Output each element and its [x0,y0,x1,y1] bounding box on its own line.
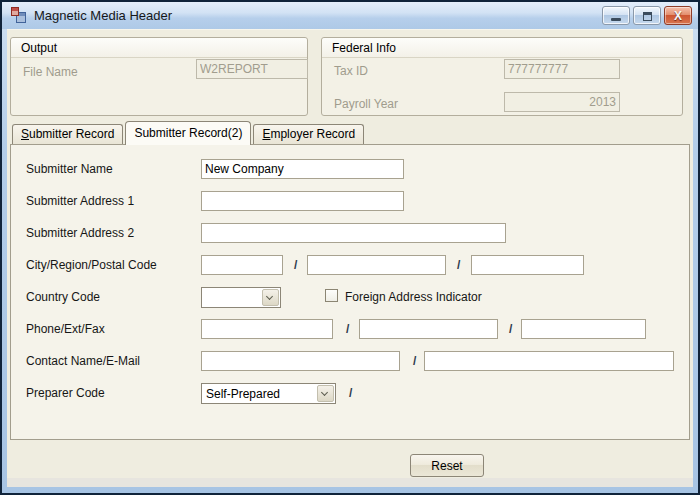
region-input[interactable] [307,255,446,275]
maximize-button[interactable] [633,6,661,25]
tab-label: ubmitter Record [29,127,114,141]
contact-name-email-label: Contact Name/E-Mail [26,354,140,368]
close-icon: X [665,9,691,23]
ext-input[interactable] [359,319,498,339]
slash-separator: / [509,322,512,336]
tab-label: mployer Record [270,127,355,141]
tab-strip: Submitter Record Submitter Record(2) Emp… [12,121,364,145]
contact-email-input[interactable] [424,351,674,371]
slash-separator: / [457,258,460,272]
slash-separator: / [349,386,352,400]
payroll-year-input [504,92,620,112]
submitter-address2-label: Submitter Address 2 [26,226,134,240]
client-area: Output File Name Federal Info Tax ID Pay… [7,29,693,478]
submitter-record-2-tabpage: Submitter Name Submitter Address 1 Submi… [10,144,690,440]
close-button[interactable]: X [664,6,692,25]
slash-separator: / [413,354,416,368]
federal-info-groupbox: Federal Info Tax ID Payroll Year [321,37,683,116]
city-input[interactable] [201,255,283,275]
minimize-button[interactable] [602,6,630,25]
federal-info-groupbox-title: Federal Info [332,41,396,55]
combo-dropdown-button[interactable] [317,385,334,402]
output-groupbox-title: Output [21,41,57,55]
submitter-address1-input[interactable] [201,191,404,211]
file-name-label: File Name [23,65,78,79]
postal-code-input[interactable] [471,255,584,275]
phone-input[interactable] [201,319,333,339]
foreign-address-checkbox[interactable] [325,289,338,302]
submitter-name-label: Submitter Name [26,162,113,176]
tab-hotkey: S [21,127,29,141]
payroll-year-label: Payroll Year [334,97,398,111]
preparer-code-combobox[interactable]: Self-Prepared [201,383,336,404]
country-code-combobox[interactable] [201,287,281,308]
reset-button[interactable]: Reset [410,454,484,477]
tax-id-input [504,59,620,79]
fax-input[interactable] [521,319,646,339]
tab-submitter-record-2[interactable]: Submitter Record(2) [125,121,251,145]
magnetic-media-header-window: Magnetic Media Header X Output File Name… [0,0,700,495]
titlebar[interactable]: Magnetic Media Header X [2,2,698,29]
preparer-code-value: Self-Prepared [206,387,280,401]
output-groupbox-header: Output [11,38,307,58]
slash-separator: / [346,322,349,336]
minimize-icon [611,18,621,21]
file-name-input [196,59,308,79]
combo-dropdown-button[interactable] [262,289,279,306]
federal-info-groupbox-header: Federal Info [322,38,682,58]
output-groupbox: Output File Name [10,37,308,116]
submitter-name-input[interactable] [201,159,404,179]
contact-name-input[interactable] [201,351,400,371]
city-region-postal-label: City/Region/Postal Code [26,258,157,272]
window-bottom-edge [7,478,693,487]
chevron-down-icon [321,389,328,396]
country-code-label: Country Code [26,290,100,304]
preparer-code-label: Preparer Code [26,386,105,400]
phone-ext-fax-label: Phone/Ext/Fax [26,322,105,336]
tab-employer-record[interactable]: Employer Record [253,124,364,144]
winforms-app-icon [11,7,27,23]
tab-submitter-record[interactable]: Submitter Record [12,124,123,144]
submitter-address1-label: Submitter Address 1 [26,194,134,208]
submitter-address2-input[interactable] [201,223,506,243]
maximize-icon [643,12,652,21]
window-title: Magnetic Media Header [34,8,172,23]
tax-id-label: Tax ID [334,64,368,78]
slash-separator: / [294,258,297,272]
chevron-down-icon [266,293,273,300]
tab-label: Submitter Record(2) [134,126,242,140]
foreign-address-label: Foreign Address Indicator [345,290,482,304]
